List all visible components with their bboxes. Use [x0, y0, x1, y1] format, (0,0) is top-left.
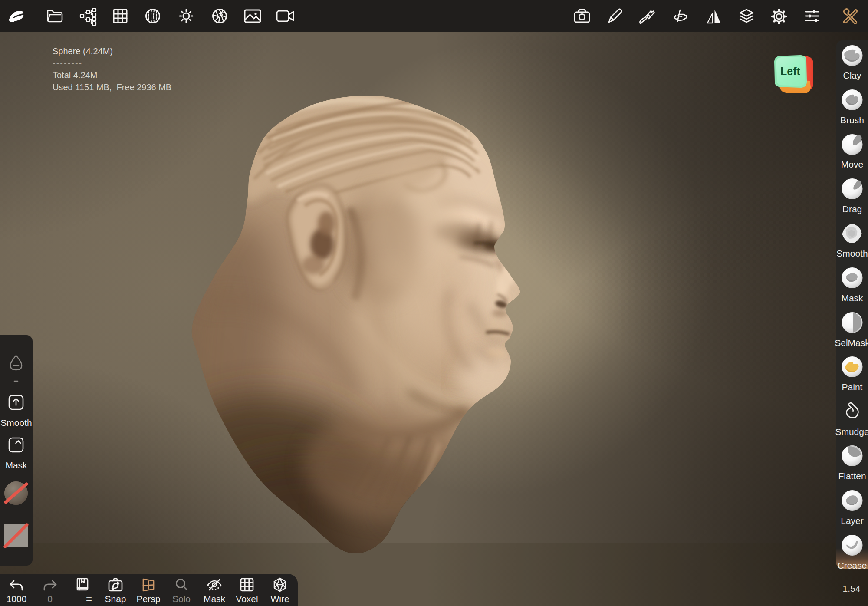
svg-text:Left: Left: [780, 65, 801, 77]
